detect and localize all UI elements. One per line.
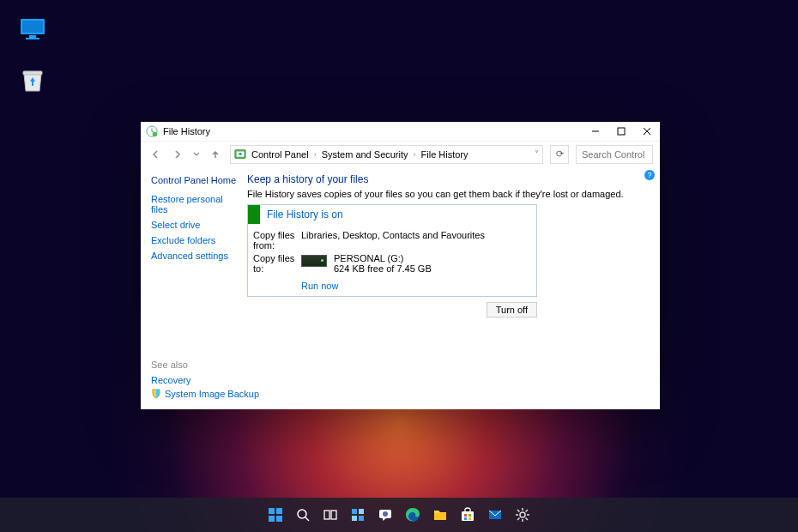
svg-point-27: [383, 511, 388, 517]
svg-rect-25: [359, 516, 364, 521]
run-now-link[interactable]: Run now: [248, 275, 536, 291]
page-subheading: File History saves copies of your files …: [247, 189, 650, 199]
mail-button[interactable]: [485, 505, 505, 525]
chevron-right-icon: ›: [414, 150, 416, 159]
gear-icon: [515, 507, 530, 523]
sidebar-link-exclude-folders[interactable]: Exclude folders: [151, 235, 237, 245]
arrow-left-icon: [150, 149, 160, 160]
svg-rect-8: [618, 128, 625, 135]
drive-icon: [301, 255, 327, 267]
svg-rect-17: [276, 516, 282, 522]
sidebar-link-select-drive[interactable]: Select drive: [151, 220, 237, 230]
turn-off-row: Turn off: [247, 302, 537, 317]
copy-from-label: Copy files from:: [253, 230, 301, 251]
status-panel: File History is on Copy files from: Libr…: [247, 204, 537, 297]
help-button[interactable]: ?: [644, 170, 655, 180]
search-box[interactable]: [576, 145, 653, 164]
svg-rect-23: [359, 509, 364, 514]
task-view-icon: [323, 507, 338, 523]
svg-rect-24: [352, 516, 357, 521]
svg-rect-3: [26, 38, 39, 39]
edge-button[interactable]: [402, 505, 423, 525]
start-button[interactable]: [265, 505, 286, 525]
file-explorer-button[interactable]: [430, 505, 450, 525]
svg-rect-16: [269, 516, 275, 522]
svg-line-41: [517, 510, 520, 512]
maximize-icon: [617, 127, 626, 136]
chevron-down-icon: [193, 151, 200, 158]
svg-rect-30: [462, 511, 474, 521]
see-also-label: See also: [151, 360, 259, 370]
status-indicator-icon: [248, 205, 260, 224]
maximize-button[interactable]: [608, 122, 634, 141]
nav-row: Control Panel › System and Security › Fi…: [141, 141, 660, 166]
windows-logo-icon: [268, 507, 283, 523]
back-button[interactable]: [148, 147, 163, 162]
store-button[interactable]: [457, 505, 478, 525]
address-bar[interactable]: Control Panel › System and Security › Fi…: [230, 145, 543, 164]
copy-from-value: Libraries, Desktop, Contacts and Favouri…: [301, 230, 485, 240]
chevron-right-icon: ›: [314, 150, 317, 159]
clock-shield-icon: [146, 125, 158, 137]
recovery-link[interactable]: Recovery: [151, 375, 259, 385]
desktop-icon-this-pc[interactable]: [15, 15, 50, 43]
refresh-button[interactable]: ⟳: [550, 145, 569, 164]
turn-off-button[interactable]: Turn off: [487, 302, 537, 317]
task-view-button[interactable]: [320, 505, 341, 525]
control-panel-home-link[interactable]: Control Panel Home: [151, 175, 237, 185]
store-icon: [460, 507, 475, 523]
window-title: File History: [163, 126, 210, 136]
titlebar[interactable]: File History: [141, 122, 660, 141]
page-heading: Keep a history of your files: [247, 173, 650, 185]
svg-rect-34: [469, 517, 471, 520]
search-button[interactable]: [293, 505, 313, 525]
search-input[interactable]: [582, 149, 647, 160]
crumb-system-and-security[interactable]: System and Security: [322, 149, 408, 160]
monitor-icon: [19, 15, 46, 43]
settings-button[interactable]: [512, 505, 533, 525]
crumb-file-history[interactable]: File History: [421, 149, 469, 160]
content-area: ? Keep a history of your files File Hist…: [244, 166, 660, 409]
recent-locations-button[interactable]: [192, 147, 201, 162]
crumb-control-panel[interactable]: Control Panel: [251, 149, 309, 160]
svg-rect-20: [324, 511, 329, 519]
svg-point-36: [520, 512, 525, 517]
svg-rect-33: [464, 517, 467, 520]
minimize-icon: [591, 127, 600, 136]
sidebar-link-restore-files[interactable]: Restore personal files: [151, 194, 237, 215]
refresh-icon: ⟳: [556, 148, 564, 160]
search-icon: [295, 507, 311, 523]
svg-rect-4: [23, 71, 42, 75]
desktop: File History Control Panel › System and …: [0, 0, 798, 532]
status-bar: File History is on: [248, 205, 536, 224]
minimize-button[interactable]: [583, 122, 608, 141]
desktop-icon-recycle-bin[interactable]: [15, 67, 50, 94]
folder-icon: [432, 507, 448, 523]
svg-rect-21: [331, 511, 336, 519]
sidebar-link-advanced-settings[interactable]: Advanced settings: [151, 251, 237, 261]
svg-rect-2: [29, 35, 36, 38]
up-button[interactable]: [208, 147, 223, 162]
drive-free-space: 624 KB free of 7.45 GB: [334, 263, 432, 274]
taskbar[interactable]: [0, 498, 798, 532]
file-history-window: File History Control Panel › System and …: [141, 122, 660, 409]
window-body: Control Panel Home Restore personal file…: [141, 166, 660, 409]
footer-sidebar: See also Recovery System Image Backup: [151, 360, 259, 402]
address-dropdown-button[interactable]: ˅: [535, 149, 539, 159]
forward-button[interactable]: [170, 147, 185, 162]
arrow-right-icon: [172, 149, 183, 160]
shield-flag-icon: [151, 389, 161, 399]
chat-icon: [378, 507, 393, 523]
system-image-backup-link[interactable]: System Image Backup: [151, 389, 259, 399]
recycle-bin-icon: [19, 67, 46, 94]
mail-icon: [487, 507, 503, 523]
svg-line-19: [305, 517, 309, 521]
svg-rect-31: [464, 514, 467, 517]
widgets-button[interactable]: [348, 505, 368, 525]
copy-to-row: Copy files to: PERSONAL (G:) 624 KB free…: [248, 251, 536, 275]
help-icon: ?: [647, 171, 651, 179]
svg-rect-32: [469, 514, 471, 517]
close-button[interactable]: [634, 122, 660, 141]
svg-point-18: [298, 510, 306, 518]
chat-button[interactable]: [375, 505, 396, 525]
